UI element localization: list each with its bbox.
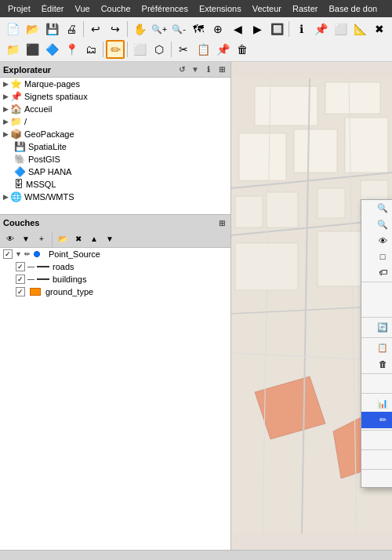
ctx-montrer-apercu[interactable]: 👁 Montrer dans l'aperçu: [361, 233, 392, 249]
layer-add-btn[interactable]: +: [34, 232, 49, 246]
ctx-nombre-entites[interactable]: □ Afficher le nombre d'entités: [361, 249, 392, 264]
layer-checkbox-pointsource[interactable]: ✓: [3, 249, 13, 259]
layer-open-btn[interactable]: 📂: [56, 232, 70, 246]
pencil-button[interactable]: ✏: [106, 40, 125, 59]
select3-button[interactable]: 📐: [350, 20, 369, 38]
tree-mssql[interactable]: 🗄 MSSQL: [0, 178, 230, 191]
digitize1-button[interactable]: 📁: [3, 40, 22, 59]
tree-postgis[interactable]: 🐘 PostGIS: [0, 153, 230, 165]
zoom-extent-button[interactable]: 🗺: [189, 20, 208, 38]
menu-raster[interactable]: Raster: [288, 2, 322, 15]
tree-accueil[interactable]: ▶ 🏠 Accueil: [0, 103, 230, 115]
ctx-renommer[interactable]: Renommer la couche: [361, 300, 392, 315]
digitize2-button[interactable]: ⬛: [23, 40, 42, 59]
ctx-basculer-edition[interactable]: ✏ Basculer en mode édition: [361, 412, 392, 428]
tree-marque-pages[interactable]: ▶ ⭐ Marque-pages: [0, 78, 230, 90]
ctx-dupliquer[interactable]: 📋 Dupliquer la couche: [361, 340, 392, 356]
copy-button[interactable]: 📋: [194, 40, 212, 59]
layer-item-pointsource[interactable]: ✓ ▼ ✏ Point_Source: [0, 248, 230, 260]
map-area[interactable]: 🔍 Zoomer sur la(les) couche(s) 🔍 Zoom su…: [231, 62, 392, 550]
expand-arrow[interactable]: ▶: [3, 80, 9, 88]
node2-button[interactable]: ⬡: [150, 40, 169, 59]
select2-button[interactable]: ⬜: [331, 20, 350, 38]
table-icon: 📊: [377, 398, 388, 409]
zoom-full-button[interactable]: ⊕: [209, 20, 227, 38]
layer-filter-btn[interactable]: ▼: [19, 232, 33, 246]
explorer-refresh-icon[interactable]: ↺: [176, 64, 187, 75]
identify-button[interactable]: ℹ: [292, 20, 310, 38]
layer-expand-pointsource[interactable]: ▼: [15, 250, 22, 258]
explorer-info-icon[interactable]: ℹ: [203, 64, 214, 75]
tree-saphana[interactable]: 🔷 SAP HANA: [0, 165, 230, 178]
ctx-ouvrir-attributs[interactable]: 📊 Ouvrir la Table d'Attributs: [361, 395, 392, 412]
layers-icon1[interactable]: ⊞: [216, 217, 227, 228]
ctx-copier-couche[interactable]: Copier la Couche: [361, 284, 392, 300]
explorer-filter-icon[interactable]: ▼: [190, 64, 201, 75]
menu-couche[interactable]: Couche: [96, 2, 136, 15]
paste-button[interactable]: 📌: [213, 40, 232, 59]
layer-down-btn[interactable]: ▼: [103, 232, 117, 246]
tree-wmswmts[interactable]: ▶ 🌐 WMS/WMTS: [0, 191, 230, 203]
layer-item-groundtype[interactable]: ✓ ground_type: [0, 285, 230, 298]
pan-button[interactable]: ✋: [130, 20, 149, 38]
expand-arrow[interactable]: ▶: [3, 105, 9, 113]
digitize5-button[interactable]: 🗂: [82, 40, 100, 59]
layer-checkbox-groundtype[interactable]: ✓: [16, 287, 25, 296]
ctx-editions-cours[interactable]: Éditions en cours: [361, 432, 392, 448]
ctx-maj-sql[interactable]: 🔄 Mettre à jour la couche SQL...: [361, 319, 392, 336]
ctx-zoom-couches[interactable]: 🔍 Zoomer sur la(les) couche(s): [361, 200, 392, 216]
deselect-button[interactable]: ✖: [370, 20, 389, 38]
layer-checkbox-roads[interactable]: ✓: [16, 262, 25, 271]
select-button[interactable]: 📌: [311, 20, 330, 38]
menu-basededon[interactable]: Base de don: [324, 2, 382, 15]
delete-button[interactable]: 🗑: [233, 40, 252, 59]
explorer-close-icon[interactable]: ⊞: [216, 64, 227, 75]
layer-remove-btn[interactable]: ✖: [71, 232, 85, 246]
expand-arrow[interactable]: ▶: [3, 130, 9, 138]
layer-checkbox-buildings[interactable]: ✓: [16, 275, 25, 284]
statusbar: [0, 550, 392, 560]
update-icon: 🔄: [377, 322, 388, 333]
cut-button[interactable]: ✂: [174, 40, 193, 59]
ctx-supprimer[interactable]: 🗑 Supprimer la couche: [361, 356, 392, 372]
digitize3-button[interactable]: 🔷: [42, 40, 61, 59]
geopackage-label: GeoPackage: [24, 129, 74, 139]
layers-list[interactable]: ✓ ▼ ✏ Point_Source ✓ — roads: [0, 248, 230, 550]
explorer-tree[interactable]: ▶ ⭐ Marque-pages ▶ 📌 Signets spatiaux ▶ …: [0, 78, 230, 215]
main-content: Explorateur ↺ ▼ ℹ ⊞ ▶ ⭐ Marque-pages ▶ 📌: [0, 62, 392, 550]
layer-item-buildings[interactable]: ✓ — buildings: [0, 273, 230, 285]
undo-button[interactable]: ↩: [86, 20, 105, 38]
expand-arrow[interactable]: ▶: [3, 118, 9, 125]
expand-arrow[interactable]: ▶: [3, 93, 9, 100]
ctx-deplacer-bas[interactable]: Déplacer en bas: [361, 376, 392, 391]
tree-signets[interactable]: ▶ 📌 Signets spatiaux: [0, 90, 230, 103]
duplicate-icon: 📋: [377, 343, 388, 353]
redo-button[interactable]: ↪: [106, 20, 125, 38]
layer-item-roads[interactable]: ✓ — roads: [0, 260, 230, 273]
ctx-etiquettes[interactable]: 🏷 Afficher les étiquettes: [361, 264, 392, 280]
zoom-out-button[interactable]: 🔍-: [169, 20, 188, 38]
menu-editer[interactable]: Éditer: [37, 2, 69, 15]
tree-geopackage[interactable]: ▶ 📦 GeoPackage: [0, 128, 230, 140]
menu-preferences[interactable]: Préférences: [137, 2, 193, 15]
print-button[interactable]: 🖨: [62, 20, 81, 38]
new-button[interactable]: 📄: [3, 20, 22, 38]
save-button[interactable]: 💾: [42, 20, 61, 38]
zoom-in-button[interactable]: 🔍+: [150, 20, 169, 38]
zoom-layer-button[interactable]: 🔲: [267, 20, 286, 38]
node1-button[interactable]: ⬜: [130, 40, 149, 59]
tree-root[interactable]: ▶ 📁 /: [0, 115, 230, 128]
layer-visibility-btn[interactable]: 👁: [3, 232, 17, 246]
zoom-prev-button[interactable]: ◀: [228, 20, 247, 38]
ctx-changer-source[interactable]: Changer la source de données...: [361, 471, 392, 487]
expand-arrow[interactable]: ▶: [3, 193, 9, 201]
layer-up-btn[interactable]: ▲: [87, 232, 101, 246]
tree-spatialite[interactable]: 💾 SpatiaLite: [0, 140, 230, 153]
menu-vecteur[interactable]: Vecteur: [248, 2, 286, 15]
zoom-next-button[interactable]: ▶: [248, 20, 267, 38]
menu-projet[interactable]: Projet: [3, 2, 35, 15]
digitize4-button[interactable]: 📍: [62, 40, 81, 59]
menu-extensions[interactable]: Extensions: [194, 2, 246, 15]
menu-vue[interactable]: Vue: [71, 2, 95, 15]
open-button[interactable]: 📂: [23, 20, 42, 38]
